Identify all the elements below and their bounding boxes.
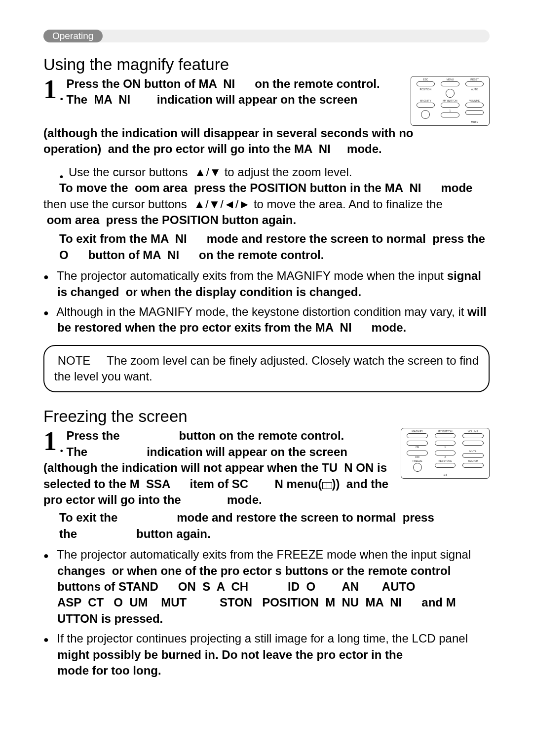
text: Press the — [67, 429, 120, 442]
text: to adjust the zoom level. — [221, 165, 352, 179]
remote-label: MAGNIFY — [412, 430, 423, 433]
remote-label: 1 — [450, 109, 451, 112]
remote-label: MENU — [447, 78, 454, 81]
book-icon — [322, 482, 332, 489]
remote-label: 1 — [445, 446, 446, 449]
text: To exit the — [59, 511, 117, 524]
text: mode. — [347, 142, 382, 155]
remote-label: MUTE — [471, 120, 478, 123]
remote-label: RESET — [470, 78, 479, 81]
text: MUT — [161, 596, 187, 609]
magnify-bullets: The projector automatically exits from t… — [43, 268, 490, 336]
remote-label: OFF — [415, 455, 420, 458]
text: indication will appear on the screen — [157, 93, 358, 106]
text: mode. — [227, 493, 262, 506]
text: button again. — [136, 527, 211, 540]
text: AN — [342, 580, 359, 593]
text: The projector automatically exits from t… — [57, 548, 471, 561]
remote-label: FREEZE — [413, 459, 422, 462]
remote-label: 2 — [445, 455, 446, 458]
text: on the remote control. — [199, 248, 324, 262]
remote-illustration-magnify: ESC MENU RESET POSITION AUTO MAGNIFY MY … — [411, 76, 490, 125]
remote-label: SEARCH — [468, 459, 478, 462]
text: ON S A CH — [178, 580, 248, 593]
freeze-section-title: Freezing the screen — [43, 407, 490, 426]
remote-label: 1:3 — [444, 473, 447, 476]
step-number-2: . — [59, 164, 64, 180]
text: to move the area. And to finalize the — [250, 197, 443, 211]
text: oom area press the POSITION button again… — [47, 213, 296, 227]
note-box: NOTE The zoom level can be finely adjust… — [43, 345, 490, 393]
list-item: Although in the MAGNIFY mode, the keysto… — [43, 304, 490, 336]
magnify-step-1: ESC MENU RESET POSITION AUTO MAGNIFY MY … — [43, 76, 490, 157]
text: mode. — [372, 321, 407, 334]
note-label: NOTE — [58, 354, 91, 367]
text: button of MA NI — [88, 248, 179, 262]
magnify-section-title: Using the magnify feature — [43, 55, 490, 74]
text: The projector automatically exits from t… — [57, 269, 447, 282]
step-dot: . — [60, 439, 64, 455]
text: To exit from the MA NI — [59, 232, 187, 245]
step-number-1: 1 — [43, 76, 57, 103]
text: If the projector continues projecting a … — [57, 632, 468, 645]
text: Although in the MAGNIFY mode, the keysto… — [56, 305, 467, 318]
text: N menu( — [275, 477, 322, 491]
text: To move the oom area press the POSITION … — [59, 181, 421, 194]
text: UTTON is pressed. — [57, 612, 163, 625]
remote-label: AUTO — [471, 88, 478, 91]
list-item: The projector automatically exits from t… — [43, 268, 490, 300]
remote-label: MY BUTTON — [443, 99, 457, 102]
freeze-step-1: MAGNIFY MY BUTTON VOLUME ON 1 OFF 2 MUTE… — [43, 428, 490, 542]
text: ID O — [288, 580, 315, 593]
text: item of SC — [190, 477, 249, 491]
arrow-icon: ▲/▼ — [194, 165, 221, 179]
step-number-1: 1 — [43, 428, 57, 454]
list-item: The projector automatically exits from t… — [43, 547, 490, 627]
text: might possibly be burned in. Do not leav… — [57, 648, 403, 661]
remote-label: KEYSTONE — [438, 459, 452, 462]
remote-label: MUTE — [469, 450, 476, 453]
remote-label: VOLUME — [468, 430, 478, 433]
magnify-step-2: . Use the cursor buttons ▲/▼ to adjust t… — [43, 164, 490, 263]
text: The — [67, 445, 88, 458]
note-text: The zoom level can be finely adjusted. C… — [54, 354, 479, 383]
arrow-icon: ▲/▼/◄/► — [193, 197, 250, 211]
remote-label: VOLUME — [469, 99, 480, 102]
remote-label: POSITION — [419, 88, 431, 91]
step-dot: . — [60, 87, 64, 104]
operating-tag: Operating — [43, 30, 103, 42]
remote-illustration-freeze: MAGNIFY MY BUTTON VOLUME ON 1 OFF 2 MUTE… — [401, 428, 490, 482]
text: on the remote control. — [255, 77, 380, 90]
remote-label: MY BUTTON — [438, 430, 452, 433]
remote-label: ON — [416, 446, 419, 449]
text: and M — [421, 596, 456, 609]
text: then use the cursor buttons — [43, 197, 193, 211]
text: mode for too long. — [57, 664, 161, 677]
remote-label: MAGNIFY — [420, 99, 431, 102]
text: mode — [441, 181, 472, 194]
text: Press the ON button of MA NI — [67, 77, 235, 90]
list-item: If the projector continues projecting a … — [43, 631, 490, 679]
text: STON POSITION M NU MA NI — [220, 596, 402, 609]
freeze-bullets: The projector automatically exits from t… — [43, 547, 490, 679]
text: button on the remote control. — [179, 429, 344, 442]
text: Use the cursor buttons — [69, 165, 194, 179]
section-header-bar: Operating — [43, 30, 490, 42]
remote-label: ESC — [423, 78, 428, 81]
text: The MA NI — [67, 93, 131, 106]
